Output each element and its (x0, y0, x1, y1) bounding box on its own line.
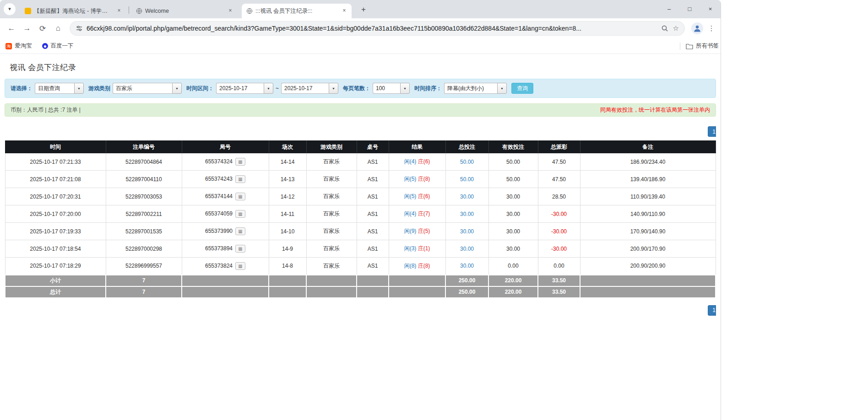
forward-icon[interactable]: → (19, 24, 35, 33)
tab-search-button[interactable]: ▾ (4, 3, 16, 15)
new-tab-button[interactable]: + (358, 4, 369, 15)
search-button[interactable]: 查询 (511, 83, 533, 94)
query-type-dropdown-button[interactable]: ▼ (74, 83, 84, 94)
result-banker: 庄(5) (418, 228, 430, 234)
reload-icon[interactable]: ⟳ (35, 24, 50, 33)
bookmark-taobao[interactable]: 淘 爱淘宝 (5, 42, 32, 50)
date-from-dropdown-button[interactable]: ▼ (264, 83, 273, 94)
sort-input[interactable] (444, 83, 497, 94)
result-banker: 庄(8) (418, 176, 430, 182)
date-range-tilde: ~ (276, 85, 279, 92)
cell-valid-bet: 30.00 (488, 223, 538, 240)
round-number: 655374059 (205, 210, 233, 217)
total-bet-link[interactable]: 50.00 (460, 176, 474, 183)
page-1-button[interactable]: 1 (708, 126, 716, 137)
date-from-input[interactable] (216, 83, 264, 94)
round-result-icon[interactable]: ▦ (235, 193, 245, 200)
pagination-bottom: 1 (5, 305, 716, 316)
round-result-icon[interactable]: ▦ (235, 245, 245, 253)
chevron-down-icon: ▼ (77, 87, 81, 90)
cell-payout: 47.50 (538, 153, 580, 171)
total-bet-link[interactable]: 30.00 (460, 194, 474, 200)
col-header-session: 场次 (269, 141, 306, 153)
cell-table-no: AS1 (357, 153, 389, 171)
date-to-dropdown-button[interactable]: ▼ (329, 83, 338, 94)
pagination-top: 1 (5, 126, 716, 137)
total-bet-link[interactable]: 30.00 (460, 228, 474, 235)
sort-dropdown-button[interactable]: ▼ (497, 83, 507, 94)
tab-bet-records-active[interactable]: :::视讯 会员下注纪录::: × (242, 4, 352, 18)
round-number: 655373894 (205, 245, 233, 252)
game-type-input[interactable] (113, 83, 172, 94)
tab-close-icon[interactable]: × (115, 7, 123, 15)
page-size-dropdown-button[interactable]: ▼ (400, 83, 410, 94)
valid-bet-notice-text: 同局有效投注，统一计算在该局第一张注单内 (600, 106, 710, 114)
total-label: 总计 (5, 286, 106, 298)
result-player: 闲(4) (404, 210, 417, 217)
total-bet-link[interactable]: 50.00 (460, 159, 474, 165)
cell-total-bet: 50.00 (445, 171, 488, 188)
cell-table-no: AS1 (357, 223, 389, 240)
browser-menu-icon[interactable]: ⋮ (706, 24, 717, 32)
cell-time: 2025-10-17 07:21:33 (5, 153, 106, 171)
date-to-input[interactable] (281, 83, 329, 94)
bookmarks-bar: 淘 爱淘宝 百度一下 所有书签 (0, 38, 721, 54)
tab-haiyan-forum[interactable]: 【新提醒】海燕论坛 - 博学交流 × (20, 4, 126, 18)
minimize-button[interactable]: – (659, 0, 679, 18)
round-result-icon[interactable]: ▦ (235, 175, 245, 183)
cell-table-no: AS1 (357, 171, 389, 188)
result-player: 闲(5) (404, 176, 417, 182)
url-text[interactable]: 66cxkj98.com/ipl/portal.php/game/betreco… (87, 25, 653, 32)
all-bookmarks-button[interactable]: 所有书签 (680, 42, 719, 50)
cell-game-type: 百家乐 (306, 188, 357, 205)
summary-bar: 币别：人民币 | 总共 :7 注单 | 同局有效投注，统一计算在该局第一张注单内 (5, 103, 716, 117)
profile-avatar[interactable] (691, 22, 703, 34)
total-bet-link[interactable]: 30.00 (460, 263, 474, 269)
cell-table-no: AS1 (357, 258, 389, 275)
table-header-row: 时间 注单编号 局号 场次 游戏类别 桌号 结果 总投注 有效投注 总派彩 备注 (5, 141, 716, 153)
cell-time: 2025-10-17 07:18:54 (5, 240, 106, 258)
subtotal-row: 小计 7 250.00 220.00 33.50 (5, 275, 716, 286)
zoom-icon[interactable] (661, 25, 668, 32)
total-bet-link[interactable]: 30.00 (460, 211, 474, 217)
cell-remark: 140.90/110.90 (580, 205, 716, 223)
address-bar[interactable]: 66cxkj98.com/ipl/portal.php/game/betreco… (70, 21, 685, 36)
round-result-icon[interactable]: ▦ (235, 227, 245, 235)
query-type-input[interactable] (35, 83, 74, 94)
window-close-button[interactable]: × (700, 0, 721, 18)
back-icon[interactable]: ← (4, 24, 19, 33)
table-row: 2025-10-17 07:20:00 522897002211 6553740… (5, 205, 716, 223)
round-result-icon[interactable]: ▦ (235, 210, 245, 218)
round-result-icon[interactable]: ▦ (235, 262, 245, 270)
col-header-table-no: 桌号 (357, 141, 389, 153)
cell-valid-bet: 30.00 (488, 240, 538, 258)
round-number: 655373990 (205, 228, 233, 234)
round-result-icon[interactable]: ▦ (235, 158, 245, 166)
game-type-dropdown-button[interactable]: ▼ (172, 83, 182, 94)
tab-close-icon[interactable]: × (227, 7, 234, 15)
result-banker: 庄(7) (418, 210, 430, 217)
game-type-combobox: ▼ (113, 83, 182, 94)
total-bet-link[interactable]: 30.00 (460, 246, 474, 252)
cell-valid-bet: 50.00 (488, 153, 538, 171)
maximize-button[interactable]: □ (679, 0, 700, 18)
cell-time: 2025-10-17 07:19:33 (5, 223, 106, 240)
cell-game-type: 百家乐 (306, 153, 357, 171)
cell-session: 14-12 (269, 188, 306, 205)
chevron-down-icon: ▼ (267, 87, 270, 90)
site-info-icon[interactable] (76, 25, 83, 32)
cell-total-bet: 30.00 (445, 205, 488, 223)
date-to-combobox: ▼ (281, 83, 338, 94)
bookmark-baidu[interactable]: 百度一下 (42, 42, 74, 50)
bookmark-star-icon[interactable]: ☆ (673, 24, 679, 32)
cell-table-no: AS1 (357, 205, 389, 223)
col-header-time: 时间 (5, 141, 106, 153)
page-1-button[interactable]: 1 (708, 305, 716, 316)
home-icon[interactable]: ⌂ (50, 24, 66, 33)
bet-records-table: 时间 注单编号 局号 场次 游戏类别 桌号 结果 总投注 有效投注 总派彩 备注… (5, 140, 716, 298)
tab-close-icon[interactable]: × (341, 7, 348, 15)
cell-payout: 28.50 (538, 188, 580, 205)
page-size-input[interactable] (373, 83, 400, 94)
result-banker: 庄(1) (418, 245, 430, 252)
tab-welcome[interactable]: Welcome × (131, 4, 238, 18)
